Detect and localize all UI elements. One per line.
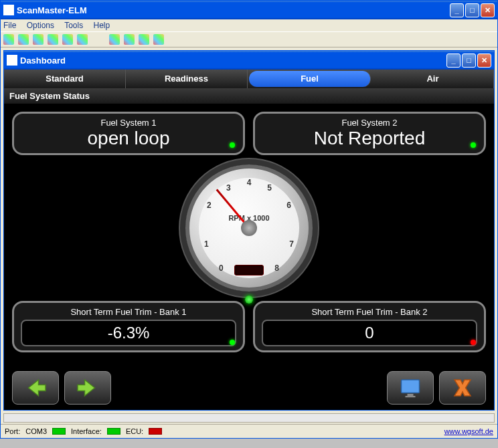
status-dot-icon bbox=[471, 142, 476, 148]
toolbar-icon[interactable] bbox=[77, 34, 88, 45]
next-button[interactable] bbox=[64, 371, 111, 405]
toolbar-icon[interactable] bbox=[3, 34, 14, 45]
panel-trim-bank-1: Short Term Fuel Trim - Bank 1 -6.3% bbox=[12, 301, 245, 352]
toolbar-icon[interactable] bbox=[124, 34, 135, 45]
maximize-button[interactable]: □ bbox=[465, 3, 479, 17]
gauge-tick: 5 bbox=[267, 183, 272, 193]
toolbar-icon[interactable] bbox=[62, 34, 73, 45]
toolbar-icon[interactable] bbox=[153, 34, 164, 45]
gauge-tick: 8 bbox=[274, 263, 279, 273]
dashboard-window: Dashboard _ □ ✕ Standard Readiness Fuel … bbox=[3, 50, 495, 411]
interface-led-icon bbox=[107, 428, 120, 435]
svg-rect-1 bbox=[408, 394, 414, 396]
gauge-tick: 2 bbox=[207, 201, 212, 210]
interface-label: Interface: bbox=[71, 427, 102, 435]
panel-label: Short Term Fuel Trim - Bank 1 bbox=[21, 307, 236, 317]
svg-rect-0 bbox=[402, 380, 420, 393]
dashboard-title: Dashboard bbox=[20, 55, 446, 66]
gauge-tick: 0 bbox=[219, 263, 224, 273]
panel-value: -6.3% bbox=[108, 324, 150, 342]
panel-label: Fuel System 1 bbox=[21, 118, 236, 128]
app-icon bbox=[3, 5, 14, 15]
menu-tools[interactable]: Tools bbox=[64, 21, 83, 30]
toolbar-icon[interactable] bbox=[48, 34, 58, 45]
gauge-led-icon bbox=[245, 296, 253, 304]
main-title: ScanMaster-ELM bbox=[17, 5, 450, 15]
panel-fuel-system-1: Fuel System 1 open loop bbox=[12, 112, 245, 155]
bottom-button-bar bbox=[4, 366, 494, 410]
gauge-tick: 4 bbox=[247, 178, 252, 187]
content-area: Fuel System 1 open loop Fuel System 2 No… bbox=[4, 104, 494, 366]
status-dot-icon bbox=[230, 340, 235, 345]
dash-close-button[interactable]: ✕ bbox=[477, 53, 491, 68]
menu-options[interactable]: Options bbox=[27, 21, 54, 30]
left-arrow-icon bbox=[23, 376, 48, 400]
toolbar-icon[interactable] bbox=[33, 34, 44, 45]
gauge-tick: 7 bbox=[289, 239, 294, 249]
minimize-button[interactable]: _ bbox=[450, 3, 464, 17]
tab-standard[interactable]: Standard bbox=[4, 70, 126, 88]
tab-fuel[interactable]: Fuel bbox=[249, 71, 371, 87]
panel-trim-bank-2: Short Term Fuel Trim - Bank 2 0 bbox=[253, 301, 486, 352]
main-titlebar[interactable]: ScanMaster-ELM _ □ ✕ bbox=[1, 1, 497, 19]
tab-bar: Standard Readiness Fuel Air bbox=[4, 70, 494, 88]
close-button[interactable]: ✕ bbox=[481, 3, 495, 17]
main-window: ScanMaster-ELM _ □ ✕ File Options Tools … bbox=[0, 0, 498, 439]
status-dot-icon bbox=[230, 142, 235, 148]
ecu-label: ECU: bbox=[126, 427, 143, 435]
toolbar bbox=[1, 31, 497, 47]
rpm-gauge: RPM x 1000 0 1 2 3 4 5 6 7 8 bbox=[185, 164, 313, 292]
port-led-icon bbox=[52, 428, 66, 435]
dash-minimize-button[interactable]: _ bbox=[446, 53, 461, 68]
display-button[interactable] bbox=[387, 371, 434, 405]
status-dot-icon bbox=[471, 340, 476, 345]
tab-air[interactable]: Air bbox=[372, 70, 494, 88]
cancel-button[interactable] bbox=[439, 371, 486, 405]
ecu-led-icon bbox=[149, 428, 162, 435]
port-label: Port: bbox=[5, 427, 20, 435]
dash-maximize-button[interactable]: □ bbox=[462, 53, 476, 68]
right-arrow-icon bbox=[76, 376, 100, 400]
gauge-tick: 3 bbox=[226, 183, 231, 193]
menu-help[interactable]: Help bbox=[94, 21, 110, 30]
panel-value: 0 bbox=[365, 324, 374, 342]
gauge-digital-readout bbox=[234, 265, 264, 275]
menu-file[interactable]: File bbox=[3, 21, 16, 30]
port-value: COM3 bbox=[25, 427, 47, 435]
dashboard-icon bbox=[7, 55, 17, 66]
gauge-center bbox=[241, 220, 257, 236]
panel-label: Fuel System 2 bbox=[262, 118, 477, 128]
panel-fuel-system-2: Fuel System 2 Not Reported bbox=[253, 112, 486, 155]
panel-value: open loop bbox=[21, 128, 236, 149]
horizontal-scrollbar[interactable] bbox=[3, 413, 495, 423]
statusbar: Port: COM3 Interface: ECU: www.wgsoft.de bbox=[1, 424, 497, 438]
close-x-icon bbox=[450, 376, 475, 400]
svg-rect-2 bbox=[406, 396, 416, 397]
menubar: File Options Tools Help bbox=[1, 19, 497, 31]
prev-button[interactable] bbox=[12, 371, 59, 405]
panel-label: Short Term Fuel Trim - Bank 2 bbox=[262, 307, 477, 317]
toolbar-icon[interactable] bbox=[18, 34, 29, 45]
tab-readiness[interactable]: Readiness bbox=[126, 70, 248, 88]
website-link[interactable]: www.wgsoft.de bbox=[444, 427, 493, 435]
toolbar-icon[interactable] bbox=[139, 34, 149, 45]
section-title: Fuel System Status bbox=[4, 88, 494, 104]
panel-value: Not Reported bbox=[262, 128, 477, 149]
toolbar-icon[interactable] bbox=[109, 34, 120, 45]
monitor-icon bbox=[398, 376, 422, 400]
gauge-tick: 1 bbox=[204, 239, 209, 249]
dashboard-titlebar[interactable]: Dashboard _ □ ✕ bbox=[4, 51, 494, 70]
gauge-tick: 6 bbox=[286, 201, 291, 210]
